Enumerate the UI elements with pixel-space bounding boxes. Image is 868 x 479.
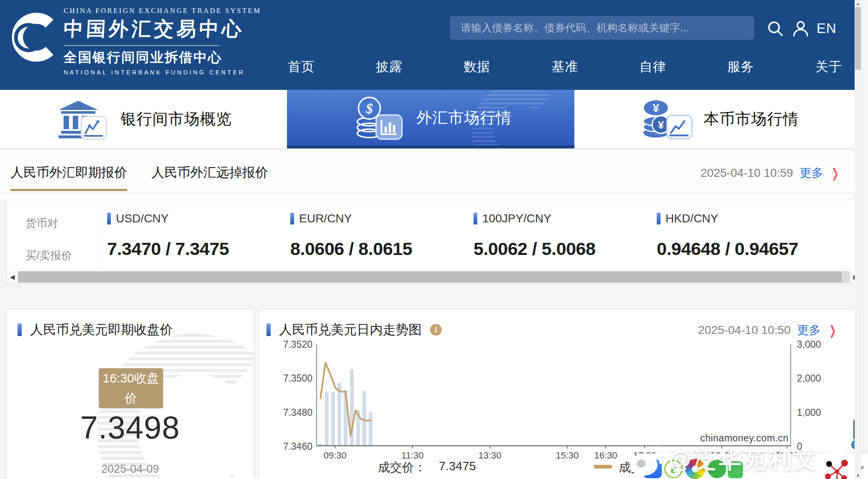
nav-item-7[interactable]: 关于 xyxy=(815,58,842,76)
tab-interbank-market-overview[interactable]: 银行间市场概览 xyxy=(0,90,287,148)
quote-row-labels: 货币对 买/卖报价 xyxy=(7,204,100,271)
pair-name: EUR/CNY xyxy=(299,212,352,225)
tab-spot-quotes[interactable]: 人民币外汇即期报价 xyxy=(10,164,127,191)
scroll-down-arrow-icon[interactable]: ▼ xyxy=(855,472,861,479)
blue-bar-icon xyxy=(18,324,22,336)
tab-label: 银行间市场概览 xyxy=(120,109,232,130)
chevron-right-icon[interactable]: ❯ xyxy=(829,323,837,338)
chinamoney-watermark: chinamoney.com.cn xyxy=(690,433,789,444)
price-axis-label: 7.3520 xyxy=(266,339,312,350)
main-nav: 首页披露数据基准自律服务关于 xyxy=(288,58,842,76)
chart-card-title: 人民币兑美元日内走势图 xyxy=(279,321,422,339)
cfets-logo-icon[interactable] xyxy=(12,11,61,63)
chevron-right-icon[interactable]: ❯ xyxy=(832,166,839,181)
quotes-section-header: 人民币外汇即期报价 人民币外汇远掉报价 2025-04-10 10:59 更多 … xyxy=(0,150,861,200)
scrollbar-track[interactable] xyxy=(18,271,850,283)
scrollbar-thumb[interactable] xyxy=(18,271,842,283)
svg-text:$: $ xyxy=(366,101,373,116)
scroll-up-arrow-icon[interactable]: ▲ xyxy=(855,0,861,7)
nav-item-2[interactable]: 披露 xyxy=(376,58,402,76)
tab-local-currency-market[interactable]: ¥ ¥ 本币市场行情 xyxy=(574,90,861,148)
ie-browser-icon[interactable]: e xyxy=(664,460,683,478)
user-icon[interactable] xyxy=(792,20,809,37)
line-legend-swatch-icon xyxy=(594,465,612,469)
usd-cny-closing-price-card: 人民币兑美元即期收盘价 16:30收盘价 7.3498 2025-04-09 xyxy=(6,309,254,479)
logo-text-block: CHINA FOREIGN EXCHANGE TRADE SYSTEM 中国外汇… xyxy=(64,7,261,76)
pair-bid-ask: 0.94648 / 0.94657 xyxy=(657,239,840,259)
volume-axis-label: 3,000 xyxy=(797,339,821,350)
pair-col-HKD/CNY: HKD/CNY0.94648 / 0.94657 xyxy=(657,200,840,272)
language-toggle[interactable]: EN xyxy=(817,20,837,36)
search-icon[interactable] xyxy=(766,20,784,37)
quotes-timestamp: 2025-04-10 10:59 xyxy=(701,166,793,180)
pinwheel-browser-icon[interactable] xyxy=(685,459,705,479)
pair-bid-ask: 7.3470 / 7.3475 xyxy=(107,239,290,259)
logo-divider xyxy=(64,45,219,46)
yuan-coins-chart-icon: ¥ ¥ xyxy=(637,96,693,142)
bid-ask-label: 买/卖报价 xyxy=(26,248,99,263)
logo-en-title: CHINA FOREIGN EXCHANGE TRADE SYSTEM xyxy=(64,7,261,15)
doc-swirl-app-icon[interactable] xyxy=(643,460,662,478)
currency-pair-label: 货币对 xyxy=(26,216,99,231)
pair-bid-ask: 8.0606 / 8.0615 xyxy=(290,239,474,259)
info-icon[interactable]: i xyxy=(430,324,442,336)
price-axis-label: 7.3480 xyxy=(266,407,312,418)
pair-col-100JPY/CNY: 100JPY/CNY5.0062 / 5.0068 xyxy=(474,200,657,272)
logo-zh-subtitle: 全国银行间同业拆借中心 xyxy=(64,48,261,67)
horizontal-scrollbar[interactable]: ◀ ▶ xyxy=(7,271,861,283)
volume-axis-label: 1,000 xyxy=(797,407,821,418)
market-tab-strip: 银行间市场概览 $ 外汇市场行情 xyxy=(0,90,861,149)
pair-bid-ask: 5.0062 / 5.0068 xyxy=(474,239,657,259)
blue-bar-icon xyxy=(266,324,271,336)
page-scrollbar[interactable]: ▲ ▼ xyxy=(855,0,861,479)
svg-text:¥: ¥ xyxy=(653,102,659,115)
green-app-icon[interactable] xyxy=(708,460,726,478)
pair-name: 100JPY/CNY xyxy=(482,212,551,225)
divider xyxy=(0,193,861,194)
site-header: CHINA FOREIGN EXCHANGE TRADE SYSTEM 中国外汇… xyxy=(0,0,861,90)
pair-col-USD/CNY: USD/CNY7.3470 / 7.3475 xyxy=(107,200,290,272)
nav-item-5[interactable]: 自律 xyxy=(640,58,666,76)
pair-name: USD/CNY xyxy=(116,212,169,225)
dollar-coins-chart-icon: $ xyxy=(349,95,405,141)
closing-card-title: 人民币兑美元即期收盘价 xyxy=(30,321,173,339)
blue-bar-icon xyxy=(107,213,111,224)
search-input[interactable] xyxy=(450,22,754,34)
pair-name: HKD/CNY xyxy=(666,212,718,225)
molecule-app-icon[interactable] xyxy=(821,455,853,479)
search-box[interactable] xyxy=(450,16,754,40)
pair-col-EUR/CNY: EUR/CNY8.0606 / 8.0615 xyxy=(290,200,474,272)
page: CHINA FOREIGN EXCHANGE TRADE SYSTEM 中国外汇… xyxy=(0,0,861,479)
closing-price-value: 7.3498 xyxy=(7,409,253,446)
svg-text:¥: ¥ xyxy=(658,119,664,131)
quotes-tabs: 人民币外汇即期报价 人民币外汇远掉报价 xyxy=(10,164,268,191)
nav-item-1[interactable]: 首页 xyxy=(288,58,315,76)
closing-price-date: 2025-04-09 xyxy=(7,463,253,476)
nav-item-6[interactable]: 服务 xyxy=(727,58,754,76)
tab-label: 本币市场行情 xyxy=(704,109,799,130)
blue-bar-icon xyxy=(474,213,477,224)
logo-en-subtitle: NATIONAL INTERBANK FUNDING CENTER xyxy=(64,69,261,76)
chart-more-link[interactable]: 更多 xyxy=(797,322,821,338)
trade-price-value: 7.3475 xyxy=(439,459,476,473)
pairs-row: USD/CNY7.3470 / 7.3475EUR/CNY8.0606 / 8.… xyxy=(107,200,861,272)
volume-axis-label: 2,000 xyxy=(797,373,821,384)
chart-timestamp: 2025-04-10 10:50 xyxy=(698,324,791,337)
green-app-icon-2[interactable] xyxy=(728,461,743,478)
closing-time-badge: 16:30收盘价 xyxy=(99,368,163,408)
nav-item-4[interactable]: 基准 xyxy=(551,58,578,76)
page-scrollbar-thumb[interactable] xyxy=(855,7,861,70)
price-axis-label: 7.3460 xyxy=(266,441,312,452)
tab-fx-market-quotes[interactable]: $ 外汇市场行情 xyxy=(287,90,574,148)
scroll-left-arrow-icon[interactable]: ◀ xyxy=(7,271,18,283)
trade-price-label: 成交价： xyxy=(378,459,426,476)
cfets-watermark-icon xyxy=(466,90,562,148)
bank-chart-icon xyxy=(55,97,110,141)
blue-bar-icon xyxy=(657,213,661,224)
nav-item-3[interactable]: 数据 xyxy=(463,58,490,76)
fx-spot-quote-card: 货币对 买/卖报价 USD/CNY7.3470 / 7.3475EUR/CNY8… xyxy=(6,200,862,283)
tab-forward-swap-quotes[interactable]: 人民币外汇远掉报价 xyxy=(151,164,268,191)
quotes-more-link[interactable]: 更多 xyxy=(800,165,823,181)
blue-bar-icon xyxy=(290,213,294,224)
price-axis-label: 7.3500 xyxy=(266,373,312,384)
